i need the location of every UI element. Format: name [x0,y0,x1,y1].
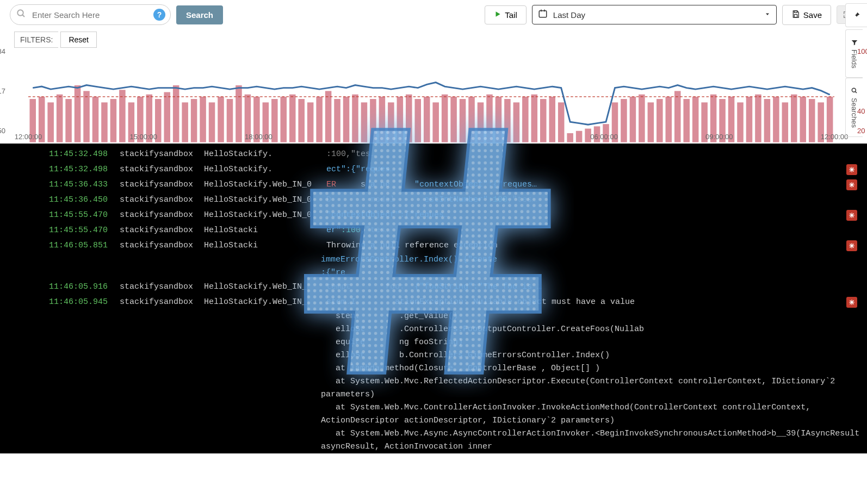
svg-line-132 [850,244,851,245]
chevron-down-icon [764,10,771,20]
log-host: HelloStackify.Web_IN_ [204,281,326,294]
log-viewer[interactable]: 11:45:32.498stackifysandboxHelloStackify… [0,144,867,453]
svg-line-117 [853,183,854,184]
log-timestamp: 11:45:55.470 [49,224,120,237]
svg-line-123 [850,214,851,215]
log-row[interactable]: 11:45:32.498stackifysandboxHelloStackify… [0,162,867,177]
log-row[interactable]: 11:45:32.498stackifysandboxHelloStackify… [0,147,867,162]
tail-label: Tail [505,10,517,20]
searches-label: Searches [850,98,858,128]
log-row[interactable]: 11:46:05.916stackifysandboxHelloStackify… [0,279,867,295]
fields-tab[interactable]: Fields [845,29,863,78]
bug-icon[interactable] [846,179,857,190]
svg-line-106 [853,171,854,172]
log-row[interactable]: 11:45:36.433stackifysandboxHelloStackify… [0,177,867,192]
bug-icon[interactable] [846,297,857,308]
log-stack-line: elloSt .Controllers.FooOutputController.… [0,323,867,336]
help-icon[interactable]: ? [153,9,165,21]
chart-svg [28,51,834,142]
log-host: HelloStackify.Web_IN_0 [204,209,326,222]
svg-point-136 [851,301,853,304]
svg-line-124 [853,216,854,217]
log-host: HelloStackify.Web_IN_ [204,296,326,309]
play-icon [494,10,501,20]
log-timestamp: 11:46:05.916 [49,281,120,294]
bug-icon[interactable] [846,164,857,175]
save-icon [791,10,800,20]
fields-label: Fields [850,49,858,69]
svg-marker-2 [496,11,500,16]
log-message: D model estIntNumber":100,"tes… [326,194,857,207]
svg-marker-6 [766,14,769,16]
svg-line-133 [853,247,854,248]
svg-rect-7 [794,11,797,13]
log-message: "contextObject":{"reques… [326,209,857,222]
log-timestamp: 11:46:05.945 [49,296,120,309]
svg-point-118 [851,214,853,217]
log-host: HelloStacki [204,224,326,237]
log-source: stackifysandbox [120,224,204,237]
svg-point-127 [851,245,853,247]
log-message: ect":{"reques… [326,163,857,176]
svg-line-141 [850,301,851,302]
log-stack-line: stem. .get_Value() [0,310,867,323]
log-timestamp: 11:45:36.433 [49,178,120,191]
log-message: Throwing a null reference exception [326,239,857,252]
svg-line-105 [850,168,851,169]
log-stack-line: equire ng fooString) [0,336,867,349]
timerange-selector[interactable]: Last Day [532,5,777,24]
log-row[interactable]: 11:45:36.450stackifysandboxHelloStackify… [0,192,867,208]
svg-line-135 [853,244,854,245]
log-host: HelloStacki [204,239,326,252]
log-source: stackifysandbox [120,178,204,191]
svg-line-107 [850,171,851,172]
log-timestamp: 11:46:05.851 [49,239,120,252]
svg-line-142 [853,303,854,304]
log-timestamp: 11:45:32.498 [49,163,120,176]
log-row[interactable]: 11:46:05.851stackifysandboxHelloStackiTh… [0,238,867,253]
svg-line-146 [855,91,857,93]
log-row[interactable]: 11:45:55.470stackifysandboxHelloStackier… [0,223,867,238]
log-row[interactable]: 11:45:55.470stackifysandboxHelloStackify… [0,208,867,223]
log-source: stackifysandbox [120,209,204,222]
log-source: stackifysandbox [120,239,204,252]
svg-line-126 [853,214,854,215]
bug-icon[interactable] [846,240,857,251]
filter-bar: FILTERS: Reset [0,29,867,51]
log-host: HelloStackify.Web_IN_0 [204,194,326,207]
log-source: stackifysandbox [120,163,204,176]
log-stack-line: at System.Web.Mvc.ControllerActionInvoke… [0,401,867,427]
search-button[interactable]: Search [176,5,223,24]
svg-line-143 [850,303,851,304]
search-input[interactable] [10,4,171,25]
svg-line-125 [850,216,851,217]
log-message: er":100,"tes… [326,224,857,237]
reset-button[interactable]: Reset [60,32,97,48]
log-source: stackifysandbox [120,296,204,309]
searches-tab[interactable]: Searches [845,78,863,137]
log-source: stackifysandbox [120,281,204,294]
svg-point-109 [851,184,853,186]
pin-button[interactable] [845,3,867,27]
log-message: :100,"tes… [326,148,857,161]
log-stack-line: at lambda_method(Closure , ControllerBas… [0,362,867,375]
log-stack-line: immeErrorsController.Index() {"conte :{"… [0,253,867,279]
tail-button[interactable]: Tail [485,5,527,24]
log-stack-line: at System.Web.Mvc.ReflectedActionDescrip… [0,375,867,401]
log-message: tempt foo: {"fooString":"The foo is … [326,281,857,294]
log-row[interactable]: 11:46:05.945stackifysandboxHelloStackify… [0,295,867,310]
log-source: stackifysandbox [120,148,204,161]
log-host: HelloStackify.Web_IN_0 [204,178,326,191]
chart-area[interactable]: 50117184 2040100 12:00:0015:00:0018:00:0… [5,51,857,144]
bug-icon[interactable] [846,210,857,221]
log-host: HelloStackify. [204,163,326,176]
save-button[interactable]: Save [782,5,831,25]
svg-line-144 [853,301,854,302]
calendar-icon [538,9,548,21]
svg-line-134 [850,247,851,248]
svg-line-115 [853,186,854,187]
timerange-label: Last Day [553,10,759,20]
log-timestamp: 11:45:55.470 [49,209,120,222]
log-host: HelloStackify. [204,148,326,161]
log-message: stem.I ationException: Nullable object m… [326,296,857,309]
